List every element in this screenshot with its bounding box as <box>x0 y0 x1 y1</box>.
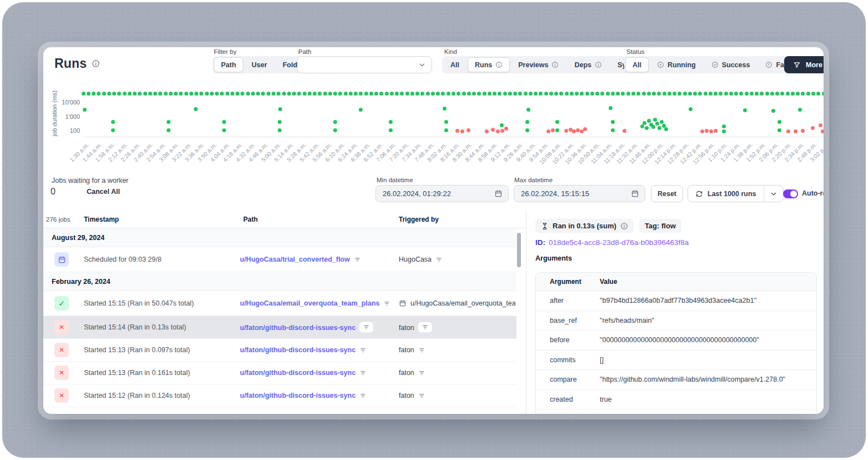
job-dot-success[interactable] <box>689 107 693 111</box>
job-dot-success[interactable] <box>167 128 170 132</box>
job-dot-success[interactable] <box>443 107 446 111</box>
job-dot-success[interactable] <box>722 129 726 133</box>
job-dot-success[interactable] <box>770 92 774 96</box>
job-dot-failure[interactable] <box>623 129 626 133</box>
job-dot-success[interactable] <box>734 92 738 96</box>
job-path-link[interactable]: u/HugoCasa/email_overquota_team_plans <box>240 299 379 307</box>
job-dot-success[interactable] <box>777 128 781 132</box>
job-dot-success[interactable] <box>678 92 681 96</box>
job-dot-success[interactable] <box>636 92 640 96</box>
job-dot-success[interactable] <box>389 128 393 132</box>
job-dot-success[interactable] <box>529 92 533 96</box>
job-dot-success[interactable] <box>653 118 657 122</box>
job-dot-success[interactable] <box>580 92 584 96</box>
job-dot-success[interactable] <box>138 92 142 96</box>
job-dot-success[interactable] <box>600 92 604 96</box>
filter-by-path-button[interactable] <box>359 369 367 377</box>
job-dot-success[interactable] <box>645 126 649 130</box>
job-dot-success[interactable] <box>771 109 775 113</box>
filter-by-path-button[interactable] <box>359 347 367 354</box>
job-dot-success[interactable] <box>658 126 661 130</box>
job-dot-success[interactable] <box>107 92 111 96</box>
job-dot-success[interactable] <box>745 92 749 96</box>
job-dot-success[interactable] <box>709 92 713 96</box>
job-dot-success[interactable] <box>668 92 671 96</box>
job-dot-success[interactable] <box>194 92 198 96</box>
job-dot-success[interactable] <box>184 92 188 96</box>
job-dot-success[interactable] <box>153 92 157 96</box>
kind-option-previews[interactable]: Previews <box>511 57 566 72</box>
job-dot-success[interactable] <box>194 107 198 111</box>
job-dot-success[interactable] <box>308 92 312 96</box>
job-dot-success[interactable] <box>786 92 790 96</box>
job-dot-success[interactable] <box>410 92 414 96</box>
job-dot-success[interactable] <box>143 92 147 96</box>
job-row[interactable]: ✕Started 15:13 (Ran in 0.161s total)u/fa… <box>43 362 516 384</box>
job-dot-success[interactable] <box>750 92 754 96</box>
job-dot-success[interactable] <box>609 106 613 110</box>
job-dot-success[interactable] <box>513 92 517 96</box>
job-dot-success[interactable] <box>444 128 448 132</box>
filter-by-path-button[interactable] <box>354 256 361 263</box>
job-dot-success[interactable] <box>83 108 87 112</box>
job-dot-failure[interactable] <box>564 129 568 133</box>
job-dot-success[interactable] <box>467 92 471 96</box>
job-dot-success[interactable] <box>664 127 668 131</box>
job-dot-success[interactable] <box>400 92 404 96</box>
job-dot-success[interactable] <box>87 92 91 96</box>
job-dot-success[interactable] <box>338 92 342 96</box>
min-datetime-input[interactable]: 26.02.2024, 01:29:22 <box>375 185 509 202</box>
job-dot-success[interactable] <box>693 92 697 96</box>
status-option-success[interactable]: Success <box>704 57 757 72</box>
job-dot-success[interactable] <box>722 124 726 128</box>
info-icon[interactable] <box>92 59 100 68</box>
job-dot-success[interactable] <box>585 92 589 96</box>
job-dot-success[interactable] <box>555 128 559 132</box>
filter-by-path-button[interactable] <box>359 322 373 333</box>
job-dot-failure[interactable] <box>714 129 718 133</box>
job-dot-success[interactable] <box>240 92 244 96</box>
job-dot-success[interactable] <box>729 92 733 96</box>
job-dot-success[interactable] <box>354 92 358 96</box>
job-dot-success[interactable] <box>525 120 529 124</box>
job-dot-success[interactable] <box>199 92 203 96</box>
job-dot-success[interactable] <box>683 92 687 96</box>
job-dot-failure[interactable] <box>794 129 797 133</box>
job-dot-success[interactable] <box>278 128 282 132</box>
job-dot-success[interactable] <box>117 92 121 96</box>
job-dot-success[interactable] <box>640 124 644 128</box>
more-filters-button[interactable]: More f <box>784 56 824 73</box>
job-dot-success[interactable] <box>526 108 530 112</box>
job-row[interactable]: ✕Started 15:14 (Ran in 0.13s total)u/fat… <box>43 316 516 339</box>
job-dot-success[interactable] <box>642 92 646 96</box>
job-dot-success[interactable] <box>554 92 558 96</box>
job-dot-success[interactable] <box>816 92 820 96</box>
job-dot-success[interactable] <box>777 120 781 124</box>
job-dot-success[interactable] <box>210 92 214 96</box>
calendar-icon[interactable] <box>631 189 639 198</box>
job-dot-success[interactable] <box>328 92 332 96</box>
job-dot-success[interactable] <box>524 92 528 96</box>
job-dot-success[interactable] <box>673 92 676 96</box>
job-dot-success[interactable] <box>359 92 363 96</box>
job-dot-success[interactable] <box>796 92 800 96</box>
job-dot-success[interactable] <box>698 92 702 96</box>
job-dot-failure[interactable] <box>821 129 824 133</box>
calendar-icon[interactable] <box>494 189 503 198</box>
job-dot-success[interactable] <box>420 92 424 96</box>
job-dot-success[interactable] <box>657 92 661 96</box>
job-dot-success[interactable] <box>148 92 152 96</box>
job-dot-success[interactable] <box>167 120 170 124</box>
job-dot-success[interactable] <box>313 92 317 96</box>
job-dot-success[interactable] <box>549 92 553 96</box>
job-dot-success[interactable] <box>570 92 574 96</box>
job-dot-success[interactable] <box>643 121 646 125</box>
job-dot-success[interactable] <box>222 128 226 132</box>
job-dot-success[interactable] <box>559 92 563 96</box>
job-dot-success[interactable] <box>133 92 137 96</box>
job-dot-success[interactable] <box>724 92 728 96</box>
job-dot-success[interactable] <box>660 120 664 124</box>
job-dot-success[interactable] <box>755 92 759 96</box>
job-dot-success[interactable] <box>798 108 802 112</box>
filter-by-triggerer-button[interactable] <box>435 256 443 263</box>
